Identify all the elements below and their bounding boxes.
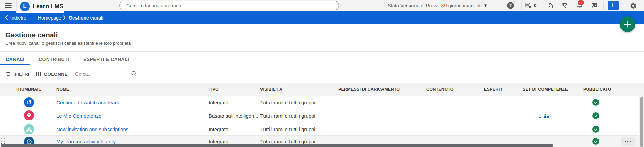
hamburger-menu-icon[interactable] (5, 3, 12, 8)
published-check-icon (592, 112, 599, 119)
published-check-icon (592, 138, 599, 145)
filters-label: FILTRI (14, 72, 29, 77)
sparkles-icon (610, 2, 617, 9)
back-label: Indietro (10, 15, 26, 21)
columns-button[interactable]: COLONNE (36, 65, 68, 83)
vertical-scrollbar-thumb[interactable] (640, 97, 643, 147)
ellipsis-icon (625, 141, 626, 142)
breadcrumb-current: Gestione canali (69, 11, 103, 24)
coins-button[interactable] (524, 2, 532, 10)
channel-thumbnail: ↺ (24, 97, 34, 107)
horizontal-scrollbar-thumb[interactable] (1, 144, 553, 147)
table-toolbar: FILTRI COLONNE (0, 65, 644, 83)
col-header-pubblicato[interactable]: PUBBLICATO (583, 87, 611, 92)
plus-icon (624, 21, 631, 28)
channel-name-link[interactable]: Le Mie Competenze (56, 113, 101, 119)
divider (603, 1, 604, 10)
clock-icon (26, 139, 32, 145)
gear-icon (630, 2, 637, 9)
col-header-nome[interactable]: NOME (56, 87, 69, 92)
table-search-input[interactable] (75, 70, 129, 78)
channel-thumbnail (24, 124, 34, 134)
tab-bar: CANALI CONTRIBUTI ESPERTI E CANALI (0, 54, 644, 65)
divider (521, 1, 522, 10)
pin-icon (26, 112, 32, 119)
filter-icon (5, 72, 12, 76)
channel-type: Integrato (209, 139, 228, 144)
col-header-permessi[interactable]: PERMESSI DI CARICAMENTO (338, 87, 400, 92)
divider (144, 65, 144, 83)
col-header-visibilita[interactable]: VISIBILITÀ (260, 87, 282, 92)
tab-contributi[interactable]: CONTRIBUTI (39, 57, 69, 62)
col-header-set-competenze[interactable]: SET DI COMPETENZE (523, 87, 568, 92)
help-button[interactable]: ? (507, 2, 514, 9)
published-check-icon (592, 99, 599, 106)
history-icon: ↺ (26, 99, 32, 106)
row-menu-button[interactable] (621, 137, 635, 146)
page-subtitle: Crea nuovi canali o gestisci i canali es… (5, 41, 131, 46)
col-header-tipo[interactable]: TIPO (209, 87, 219, 92)
rewards-button[interactable] (546, 2, 554, 10)
channel-visibility: Tutti i rami e tutti i gruppi (260, 113, 315, 119)
channel-name-link[interactable]: Continue to watch and learn (56, 100, 119, 105)
channel-visibility: Tutti i rami e tutti i gruppi (260, 139, 315, 144)
channel-type: Integrato (209, 100, 228, 105)
app-logo[interactable]: L Learn LMS (16, 0, 64, 13)
messages-button[interactable] (590, 2, 599, 10)
channel-type: Basato sull'intelligen... (209, 113, 258, 119)
col-header-esperti[interactable]: ESPERTI (484, 87, 502, 92)
bike-icon (26, 126, 32, 133)
tab-canali[interactable]: CANALI (6, 57, 24, 62)
notification-badge: 13 (578, 0, 584, 5)
divider (495, 1, 495, 10)
channel-name-link[interactable]: My learning activity history (56, 139, 116, 144)
top-header: Stato Versione di Prova: 89 giorni riman… (0, 0, 644, 11)
coins-icon (525, 2, 532, 9)
channel-name-link[interactable]: New invitation and subscriptions (56, 126, 128, 132)
logo-text: Learn LMS (33, 3, 63, 10)
app-window: Stato Versione di Prova: 89 giorni riman… (0, 0, 644, 147)
trophy-icon (561, 2, 569, 9)
search-submit-button[interactable] (131, 70, 137, 78)
columns-icon (36, 72, 41, 76)
channel-thumbnail (24, 110, 34, 120)
table-row: New invitation and subscriptions Integra… (0, 122, 639, 135)
competence-sets-link[interactable]: 1 (539, 113, 550, 119)
table-row: ↺ Continue to watch and learn Integrato … (0, 96, 639, 109)
ai-assistant-button[interactable] (608, 1, 619, 10)
divider (33, 14, 33, 21)
chat-icon (591, 2, 598, 9)
gift-icon (547, 2, 554, 9)
global-search-input[interactable] (120, 1, 339, 10)
trial-status[interactable]: Stato Versione di Prova: 89 giorni riman… (388, 0, 487, 11)
trial-status-label: Stato Versione di Prova: (388, 3, 440, 8)
table-header-row: THUMBNAIL NOME TIPO VISIBILITÀ PERMESSI … (0, 83, 644, 96)
breadcrumb-bar: Indietro Homepage Gestione canali (0, 11, 644, 24)
columns-label: COLONNE (44, 72, 68, 77)
trial-days-remaining: 89 (441, 3, 447, 8)
channel-type: Integrato (209, 126, 228, 132)
channel-visibility: Tutti i rami e tutti i gruppi (260, 100, 315, 105)
achievements-button[interactable] (561, 2, 569, 10)
channel-visibility: Tutti i rami e tutti i gruppi (260, 126, 315, 132)
chevron-left-icon (5, 15, 8, 20)
settings-button[interactable] (629, 2, 637, 10)
page-title: Gestione canali (5, 31, 58, 39)
coins-count: 0 (534, 3, 537, 8)
col-header-thumbnail[interactable]: THUMBNAIL (16, 87, 41, 92)
tab-esperti-e-canali[interactable]: ESPERTI E CANALI (83, 57, 129, 62)
col-header-contenuto[interactable]: CONTENUTO (426, 87, 454, 92)
published-check-icon (592, 126, 599, 133)
divider (73, 65, 73, 83)
chevron-down-icon: ▼ (484, 4, 487, 7)
drag-handle-icon[interactable] (1, 138, 5, 144)
filters-button[interactable]: FILTRI (5, 65, 29, 83)
trial-status-suffix: giorni rimanenti (448, 3, 482, 8)
search-icon (131, 70, 137, 77)
add-channel-button[interactable] (620, 16, 635, 32)
table-row: Le Mie Competenze Basato sull'intelligen… (0, 109, 639, 122)
competence-sets-count: 1 (539, 113, 541, 119)
divider (0, 51, 644, 52)
question-mark-icon: ? (509, 3, 512, 8)
global-search (119, 1, 339, 10)
